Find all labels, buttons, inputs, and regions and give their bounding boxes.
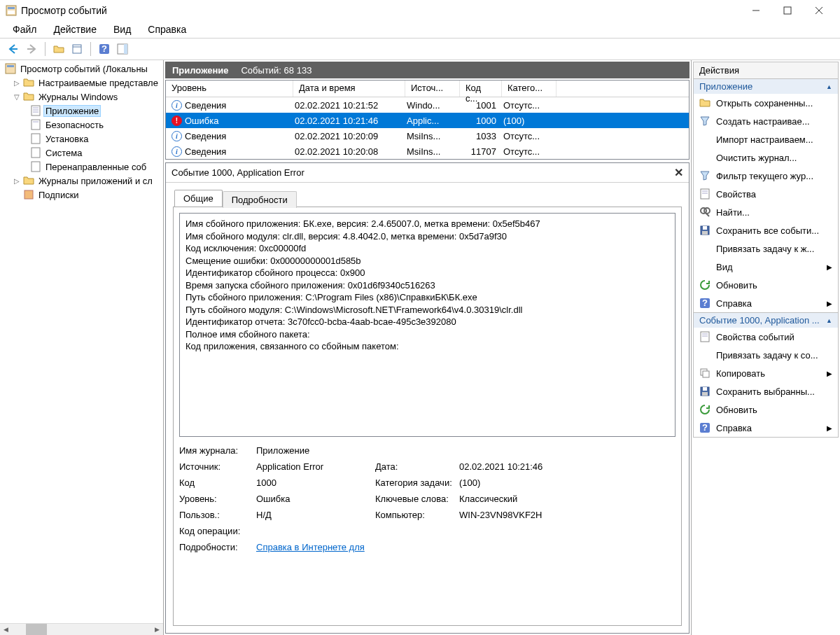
blank-icon xyxy=(699,134,710,145)
detail-close-button[interactable]: ✕ xyxy=(674,166,683,179)
actions-section1[interactable]: Приложение ▲ xyxy=(693,79,839,94)
prop-source-lbl: Источник: xyxy=(179,461,256,472)
prop-opcode-lbl: Код операции: xyxy=(179,526,256,536)
event-description[interactable]: Имя сбойного приложения: БК.exe, версия:… xyxy=(179,213,676,437)
maximize-button[interactable] xyxy=(771,0,803,21)
prop-kw-val: Классический xyxy=(459,494,571,504)
action-label: Справка xyxy=(716,298,752,309)
event-detail-pane: Событие 1000, Application Error ✕ Общие … xyxy=(165,162,690,634)
refresh-icon xyxy=(699,404,710,415)
chevron-up-icon: ▲ xyxy=(826,83,832,90)
tree-security[interactable]: Безопасность xyxy=(0,118,163,132)
svg-rect-44 xyxy=(703,387,707,391)
col-date[interactable]: Дата и время xyxy=(293,81,405,97)
tb-props-icon[interactable] xyxy=(69,41,85,57)
event-list-header: Уровень Дата и время Источ... Код с... К… xyxy=(166,81,689,97)
col-source[interactable]: Источ... xyxy=(405,81,460,97)
prop-more-lbl: Подробности: xyxy=(179,542,256,552)
event-row[interactable]: iСведения02.02.2021 10:20:09MsiIns...103… xyxy=(166,128,689,144)
tab-general[interactable]: Общие xyxy=(174,190,223,207)
window-title: Просмотр событий xyxy=(21,5,740,16)
action-item[interactable]: Вид▶ xyxy=(694,258,838,276)
action-label: Справка xyxy=(716,423,752,433)
action-item[interactable]: Обновить xyxy=(694,276,838,294)
tree-system[interactable]: Система xyxy=(0,146,163,160)
event-row[interactable]: !Ошибка02.02.2021 10:21:46Applic...1000(… xyxy=(166,113,689,128)
center-header: Приложение Событий: 68 133 xyxy=(165,62,690,78)
action-item[interactable]: Свойства xyxy=(694,185,838,203)
action-item[interactable]: Создать настраивае... xyxy=(694,112,838,130)
event-row[interactable]: iСведения02.02.2021 10:21:52Windo...1001… xyxy=(166,97,689,113)
action-item[interactable]: Свойства событий xyxy=(694,328,838,346)
tb-panel-icon[interactable] xyxy=(115,41,130,57)
tree-setup[interactable]: Установка xyxy=(0,132,163,146)
action-label: Создать настраивае... xyxy=(716,116,810,127)
collapse-icon[interactable]: ▽ xyxy=(13,93,21,101)
expand-icon[interactable]: ▷ xyxy=(13,177,21,185)
action-item[interactable]: Обновить xyxy=(694,400,838,419)
more-info-link[interactable]: Справка в Интернете для xyxy=(256,542,365,552)
open-icon xyxy=(699,97,710,109)
actions-section2[interactable]: Событие 1000, Application ... ▲ xyxy=(693,313,839,328)
action-item[interactable]: ?Справка▶ xyxy=(694,419,838,437)
col-cat[interactable]: Катего... xyxy=(502,81,556,97)
expand-icon[interactable]: ▷ xyxy=(13,79,21,87)
tab-details[interactable]: Подробности xyxy=(223,191,297,208)
menu-action[interactable]: Действие xyxy=(46,22,104,36)
tb-open-icon[interactable] xyxy=(51,41,66,57)
svg-text:?: ? xyxy=(102,43,107,54)
action-item[interactable]: Импорт настраиваем... xyxy=(694,130,838,148)
props-icon xyxy=(699,188,710,200)
tree-h-scrollbar[interactable]: ◀▶ xyxy=(0,623,163,635)
action-item[interactable]: Открыть сохраненны... xyxy=(694,94,838,112)
tree-windows-logs[interactable]: ▽ Журналы Windows xyxy=(0,90,163,104)
action-item[interactable]: Найти... xyxy=(694,203,838,221)
action-item[interactable]: Привязать задачу к ж... xyxy=(694,239,838,258)
action-item[interactable]: Привязать задачу к со... xyxy=(694,346,838,364)
prop-date-lbl: Дата: xyxy=(375,461,459,472)
tree-app-services[interactable]: ▷ Журналы приложений и сл xyxy=(0,174,163,188)
col-level[interactable]: Уровень xyxy=(166,81,293,97)
event-properties-grid: Имя журнала: Приложение Источник: Applic… xyxy=(179,445,676,552)
prop-log-val: Приложение xyxy=(256,445,571,456)
chevron-right-icon: ▶ xyxy=(827,263,832,271)
action-item[interactable]: Очистить журнал... xyxy=(694,148,838,167)
prop-kw-lbl: Ключевые слова: xyxy=(375,494,459,504)
action-label: Очистить журнал... xyxy=(716,153,797,163)
info-icon: i xyxy=(172,146,182,157)
col-eid[interactable]: Код с... xyxy=(460,81,502,97)
chevron-up-icon: ▲ xyxy=(826,317,832,324)
minimize-button[interactable] xyxy=(740,0,771,21)
error-icon: ! xyxy=(172,116,182,126)
prop-comp-val: WIN-23VN98VKF2H xyxy=(459,510,571,520)
copy-icon xyxy=(699,368,710,379)
svg-rect-27 xyxy=(701,189,709,199)
toolbar: ? xyxy=(0,38,840,60)
menu-file[interactable]: Файл xyxy=(6,22,43,36)
svg-rect-42 xyxy=(703,371,709,377)
detail-tabs: Общие Подробности xyxy=(166,183,689,207)
action-item[interactable]: Копировать▶ xyxy=(694,364,838,382)
event-row[interactable]: iСведения02.02.2021 10:20:08MsiIns...117… xyxy=(166,144,689,159)
tree-forwarded[interactable]: Перенаправленные соб xyxy=(0,160,163,174)
menu-help[interactable]: Справка xyxy=(141,22,193,36)
action-label: Открыть сохраненны... xyxy=(716,98,813,109)
back-button[interactable] xyxy=(6,41,21,57)
tb-help-icon[interactable]: ? xyxy=(97,41,112,57)
tree-application[interactable]: Приложение xyxy=(0,104,163,118)
action-item[interactable]: Сохранить выбранны... xyxy=(694,382,838,400)
tree-custom-views[interactable]: ▷ Настраиваемые представле xyxy=(0,76,163,90)
forward-button[interactable] xyxy=(24,41,39,57)
action-item[interactable]: Сохранить все событи... xyxy=(694,221,838,239)
action-item[interactable]: ?Справка▶ xyxy=(694,294,838,312)
prop-eid-val: 1000 xyxy=(256,477,375,488)
blank-icon xyxy=(699,152,710,163)
action-item[interactable]: Фильтр текущего жур... xyxy=(694,167,838,185)
action-label: Свойства событий xyxy=(716,332,794,342)
tree-subscriptions[interactable]: Подписки xyxy=(0,188,163,202)
menu-view[interactable]: Вид xyxy=(106,22,138,36)
close-button[interactable] xyxy=(803,0,834,21)
tree-root[interactable]: Просмотр событий (Локальны xyxy=(0,62,163,76)
prop-log-lbl: Имя журнала: xyxy=(179,445,256,456)
prop-source-val: Application Error xyxy=(256,461,375,472)
